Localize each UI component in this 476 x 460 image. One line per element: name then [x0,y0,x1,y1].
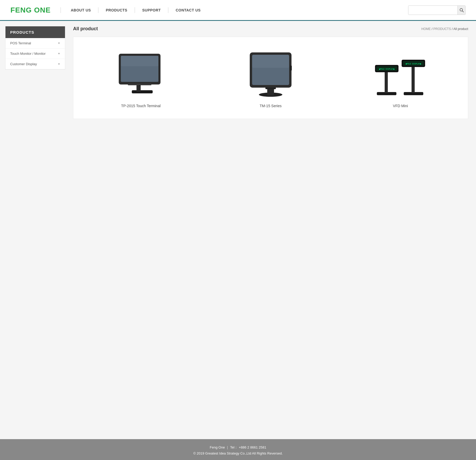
search-icon [460,8,464,12]
product-image-tm15 [211,48,330,100]
search-input[interactable] [408,6,457,15]
sidebar-item-label: Customer Display [10,62,37,66]
sidebar-item-customer-display[interactable]: Customer Display ▼ [5,59,65,69]
site-logo[interactable]: FENG ONE [10,6,51,14]
nav-support[interactable]: SUPPORT [137,8,166,12]
breadcrumb-current: All product [453,27,468,31]
breadcrumb: HOME / PRODUCTS / All product [421,27,468,31]
product-card-tm15[interactable]: TM-15 Series [208,42,333,113]
product-name-tp2015: TP-2015 Touch Terminal [121,104,160,108]
nav-divider [61,7,61,13]
breadcrumb-sep1: / [432,27,433,31]
product-grid: TP-2015 Touch Terminal [73,37,468,119]
main-nav: ABOUT US PRODUCTS SUPPORT CONTACT US [66,7,408,13]
svg-rect-16 [290,65,292,71]
footer-copyright: © 2019 Greatest Idea Strategy Co.,Ltd Al… [5,450,471,456]
svg-rect-7 [121,56,158,66]
product-illustration-vfd: ●POLE DISPLAY● ●POLE DISPLAY● [373,50,428,98]
footer-company: Feng One [210,445,225,449]
footer-tel-label: Tel： [230,445,238,449]
product-name-tm15: TM-15 Series [260,104,282,108]
footer-tel-number: +886 2 8661 2581 [239,445,266,449]
product-illustration-pos [114,50,168,98]
sidebar-item-pos-terminal[interactable]: POS Terminal ▼ [5,38,65,49]
nav-divider-4 [168,7,168,13]
svg-line-1 [462,11,463,12]
product-name-vfd: VFD Mini [393,104,408,108]
site-footer: Feng One ｜ Tel： +886 2 8661 2581 © 2019 … [0,439,476,460]
chevron-down-icon: ▼ [58,52,60,55]
svg-rect-15 [252,55,289,68]
chevron-down-icon: ▼ [58,63,60,65]
main-container: PRODUCTS POS Terminal ▼ Touch Monitor / … [0,21,476,439]
footer-contact: Feng One ｜ Tel： +886 2 8661 2581 [5,444,471,450]
nav-divider-3 [135,7,135,13]
site-header: FENG ONE ABOUT US PRODUCTS SUPPORT CONTA… [0,0,476,21]
sidebar-item-label: POS Terminal [10,41,31,45]
breadcrumb-home[interactable]: HOME [421,27,431,31]
nav-contact-us[interactable]: CONTACT US [170,8,206,12]
nav-about-us[interactable]: ABOUT US [66,8,96,12]
svg-rect-18 [385,71,388,93]
sidebar-title: PRODUCTS [5,26,65,38]
page-title: All product [73,26,98,32]
svg-rect-9 [128,84,151,85]
nav-products[interactable]: PRODUCTS [100,8,133,12]
sidebar: PRODUCTS POS Terminal ▼ Touch Monitor / … [5,26,65,70]
product-image-tp2015 [81,48,200,100]
sidebar-item-label: Touch Monitor / Monitor [10,52,46,56]
svg-text:●POLE DISPLAY●: ●POLE DISPLAY● [379,68,395,70]
breadcrumb-products[interactable]: PRODUCTS [433,27,451,31]
search-box [408,5,466,15]
product-card-tp2015[interactable]: TP-2015 Touch Terminal [79,42,203,113]
svg-rect-23 [412,65,415,93]
content-header: All product HOME / PRODUCTS / All produc… [73,26,468,32]
search-button[interactable] [457,5,465,15]
nav-divider-2 [98,7,98,13]
product-card-vfd[interactable]: ●POLE DISPLAY● ●POLE DISPLAY● VFD Mini [338,42,463,113]
svg-rect-2 [132,90,153,93]
footer-divider: ｜ [226,445,230,449]
product-illustration-monitor [246,50,295,98]
svg-text:●POLE DISPLAY●: ●POLE DISPLAY● [406,63,421,65]
content-area: All product HOME / PRODUCTS / All produc… [65,21,476,439]
product-image-vfd: ●POLE DISPLAY● ●POLE DISPLAY● [341,48,460,100]
sidebar-item-touch-monitor[interactable]: Touch Monitor / Monitor ▼ [5,49,65,59]
chevron-down-icon: ▼ [58,42,60,45]
